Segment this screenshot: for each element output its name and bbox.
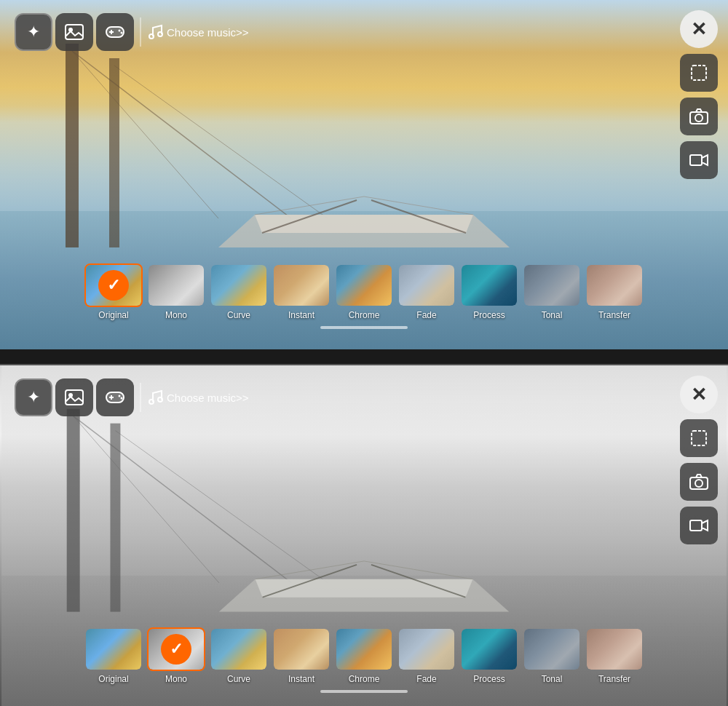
filter-fade-bottom[interactable]: Fade xyxy=(397,627,456,684)
svg-rect-40 xyxy=(66,390,83,405)
toolbar-separator-bottom xyxy=(140,383,141,412)
image-button-bottom[interactable] xyxy=(55,378,93,416)
filter-transfer-bottom[interactable]: Transfer xyxy=(585,627,644,684)
svg-point-47 xyxy=(149,400,154,404)
filter-curve-label-top: Curve xyxy=(227,310,250,320)
filter-original-thumb-top: ✓ xyxy=(84,263,143,307)
filter-process-label-bottom: Process xyxy=(473,674,505,684)
toolbar-separator-top xyxy=(140,17,141,47)
image-button-top[interactable] xyxy=(55,13,93,51)
svg-point-45 xyxy=(119,395,121,397)
magic-wand-button-top[interactable]: ✦ xyxy=(15,13,52,51)
filter-fade-top[interactable]: Fade xyxy=(397,263,456,320)
svg-rect-22 xyxy=(692,66,706,80)
svg-point-18 xyxy=(119,30,121,32)
svg-point-20 xyxy=(149,34,154,39)
svg-point-19 xyxy=(121,32,123,34)
filter-original-label-top: Original xyxy=(98,310,128,320)
filter-instant-label-bottom: Instant xyxy=(288,674,314,684)
filter-transfer-label-bottom: Transfer xyxy=(598,674,630,684)
scroll-indicator-bottom xyxy=(320,690,408,693)
filter-curve-top[interactable]: Curve xyxy=(210,263,268,320)
filter-mono-label-top: Mono xyxy=(165,310,187,320)
filter-row-bottom: Original ✓ Mono Curve xyxy=(70,627,658,684)
filter-row-top: ✓ Original Mono Curve xyxy=(70,263,658,320)
filter-tonal-bottom[interactable]: Tonal xyxy=(523,627,581,684)
filter-chrome-bottom[interactable]: Chrome xyxy=(335,627,393,684)
filter-curve-bottom[interactable]: Curve xyxy=(210,627,268,684)
svg-point-21 xyxy=(158,32,162,36)
close-button-bottom[interactable]: ✕ xyxy=(680,376,718,413)
check-mono-bottom: ✓ xyxy=(161,634,191,665)
bottom-panel: ✦ Choose music>> ✕ xyxy=(0,364,728,706)
filter-chrome-label-bottom: Chrome xyxy=(349,674,380,684)
music-label-top: Choose music>> xyxy=(167,26,249,39)
filter-mono-top[interactable]: Mono xyxy=(147,263,205,320)
filter-tonal-top[interactable]: Tonal xyxy=(523,263,581,320)
svg-rect-13 xyxy=(66,25,83,39)
camera-button-top[interactable] xyxy=(680,98,718,135)
filter-tonal-label-top: Tonal xyxy=(542,310,563,320)
top-panel: ✦ Choose music>> ✕ xyxy=(0,0,728,349)
svg-rect-49 xyxy=(692,431,706,445)
filter-instant-label-top: Instant xyxy=(288,310,314,320)
svg-rect-52 xyxy=(690,520,702,531)
close-button-top[interactable]: ✕ xyxy=(680,10,718,48)
right-controls-top: ✕ xyxy=(680,10,718,179)
camera-button-bottom[interactable] xyxy=(680,463,718,501)
selection-button-bottom[interactable] xyxy=(680,419,718,457)
filter-process-label-top: Process xyxy=(473,310,505,320)
svg-point-46 xyxy=(121,397,123,400)
video-button-bottom[interactable] xyxy=(680,507,718,544)
music-button-top[interactable]: Choose music>> xyxy=(147,24,249,40)
filter-transfer-top[interactable]: Transfer xyxy=(585,263,644,320)
filter-mono-bottom[interactable]: ✓ Mono xyxy=(147,627,205,684)
filter-original-label-bottom: Original xyxy=(98,674,128,684)
filter-fade-label-bottom: Fade xyxy=(416,674,436,684)
filter-curve-label-bottom: Curve xyxy=(227,674,250,684)
gamepad-button-top[interactable] xyxy=(96,13,134,51)
filter-instant-bottom[interactable]: Instant xyxy=(272,627,331,684)
filter-chrome-top[interactable]: Chrome xyxy=(335,263,393,320)
filter-original-bottom[interactable]: Original xyxy=(84,627,143,684)
filter-transfer-label-top: Transfer xyxy=(598,310,630,320)
filter-strip-bottom: Original ✓ Mono Curve xyxy=(0,627,728,693)
magic-wand-button-bottom[interactable]: ✦ xyxy=(15,378,52,416)
svg-point-24 xyxy=(695,114,703,122)
panel-divider xyxy=(0,349,728,357)
video-button-top[interactable] xyxy=(680,141,718,179)
filter-process-bottom[interactable]: Process xyxy=(460,627,518,684)
filter-strip-top: ✓ Original Mono Curve xyxy=(0,263,728,329)
filter-chrome-label-top: Chrome xyxy=(349,310,380,320)
filter-instant-top[interactable]: Instant xyxy=(272,263,331,320)
svg-marker-53 xyxy=(702,520,708,531)
music-label-bottom: Choose music>> xyxy=(167,392,249,404)
svg-rect-25 xyxy=(690,155,702,165)
toolbar-top: ✦ Choose music>> xyxy=(15,13,249,51)
right-controls-bottom: ✕ xyxy=(680,376,718,544)
scroll-indicator-top xyxy=(320,326,408,329)
filter-mono-label-bottom: Mono xyxy=(165,674,187,684)
toolbar-bottom: ✦ Choose music>> xyxy=(15,378,249,416)
check-original-top: ✓ xyxy=(98,270,129,301)
gamepad-button-bottom[interactable] xyxy=(96,378,134,416)
filter-process-top[interactable]: Process xyxy=(460,263,518,320)
filter-fade-label-top: Fade xyxy=(416,310,436,320)
filter-original-top[interactable]: ✓ Original xyxy=(84,263,143,320)
svg-point-48 xyxy=(158,397,162,402)
selection-button-top[interactable] xyxy=(680,54,718,92)
filter-tonal-label-bottom: Tonal xyxy=(542,674,563,684)
music-button-bottom[interactable]: Choose music>> xyxy=(147,389,249,405)
svg-point-51 xyxy=(695,480,703,487)
svg-marker-26 xyxy=(702,155,708,165)
